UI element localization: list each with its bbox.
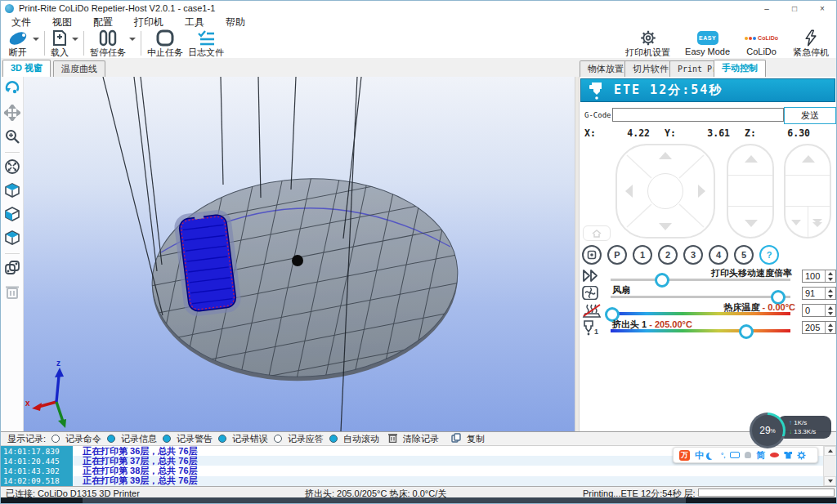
z-down-icon[interactable] <box>745 220 758 227</box>
menu-view[interactable]: 视图 <box>52 16 72 29</box>
retract-icon[interactable] <box>791 220 801 225</box>
ime-toolbar[interactable]: 万 中 °, 简 <box>673 447 818 463</box>
filter-ack-radio[interactable] <box>274 435 282 443</box>
speed-preset-5[interactable]: 5 <box>734 245 754 265</box>
send-button[interactable]: 发送 <box>784 107 836 124</box>
menu-bar: 文件 视图 配置 打印机 工具 帮助 <box>1 16 836 29</box>
front-view-icon[interactable] <box>4 206 20 224</box>
filter-commands-label: 记录命令 <box>65 433 101 445</box>
menu-help[interactable]: 帮助 <box>226 16 245 29</box>
disconnect-dropdown-icon[interactable] <box>33 38 39 41</box>
fit-view-icon[interactable] <box>4 158 20 176</box>
isometric-view-icon[interactable] <box>4 182 20 200</box>
load-button[interactable]: 载入 <box>48 29 71 59</box>
log-scrollbar[interactable] <box>823 446 836 486</box>
z-up-icon[interactable] <box>745 155 758 163</box>
delete-object-icon[interactable] <box>5 283 20 301</box>
bed-temp-row: 热床温度 - 0.00°C 0 <box>580 302 837 319</box>
top-view-icon[interactable] <box>4 230 20 248</box>
log-toolbar: 显示记录: 记录命令 记录信息 记录警告 记录错误 记录应答 自动滚动 清除记录… <box>1 431 836 446</box>
menu-tools[interactable]: 工具 <box>185 16 204 29</box>
ime-skin-icon[interactable] <box>784 452 792 459</box>
bed-temp-track[interactable] <box>611 312 790 315</box>
autoscroll-radio[interactable] <box>329 435 338 443</box>
menu-printer[interactable]: 打印机 <box>134 16 163 29</box>
clear-log-button[interactable]: 清除记录 <box>403 433 439 445</box>
speed-preset-4[interactable]: 4 <box>709 245 728 265</box>
restore-button[interactable]: □ <box>781 1 808 16</box>
emergency-stop-button[interactable]: 紧急停机 <box>790 29 831 59</box>
disconnect-button[interactable]: 断开 <box>4 29 32 59</box>
fan-spinbox[interactable]: 91 <box>802 287 836 300</box>
easy-mode-button[interactable]: EASY Easy Mode <box>683 29 732 59</box>
fan-track[interactable] <box>611 296 790 298</box>
close-button[interactable]: × <box>808 1 836 16</box>
scroll-up-icon[interactable] <box>824 446 836 456</box>
3d-viewport[interactable]: x z <box>24 77 575 431</box>
filter-info-radio[interactable] <box>107 435 115 443</box>
jog-x-plus-icon[interactable] <box>698 185 705 198</box>
tab-3d-view[interactable]: 3D 视窗 <box>2 60 51 77</box>
tab-manual-control[interactable]: 手动控制 <box>714 60 766 77</box>
filter-warnings-label: 记录警告 <box>177 433 213 445</box>
main-toolbar: 断开 载入 暂停任务 中止任务 <box>1 29 836 58</box>
speed-preset-3[interactable]: 3 <box>683 245 703 265</box>
speed-multiplier-track[interactable] <box>611 279 790 281</box>
filter-commands-radio[interactable] <box>51 435 60 443</box>
rotate-view-icon[interactable] <box>4 81 20 99</box>
speed-multiplier-spinbox[interactable]: 100 <box>802 270 836 283</box>
scroll-down-icon[interactable] <box>824 476 836 486</box>
colido-button[interactable]: CoLiDo CoLiDo <box>742 29 781 59</box>
extrude-pill[interactable] <box>784 144 831 239</box>
speed-preset-1[interactable]: 1 <box>633 245 652 265</box>
tab-temperature-curve[interactable]: 温度曲线 <box>53 60 105 77</box>
extruder-temp-spinbox[interactable]: 205 <box>802 321 836 334</box>
log-file-button[interactable]: 日志文件 <box>186 29 226 59</box>
jog-x-minus-icon[interactable] <box>625 185 633 198</box>
park-button[interactable]: P <box>607 245 627 265</box>
motor-off-button[interactable] <box>582 245 602 265</box>
ime-language-toggle[interactable]: 中 <box>695 449 704 462</box>
xy-jog-pad[interactable] <box>615 144 715 239</box>
filter-errors-radio[interactable] <box>218 435 226 443</box>
extruder-temp-thumb[interactable] <box>739 324 754 339</box>
zoom-view-icon[interactable] <box>4 128 20 146</box>
move-view-icon[interactable] <box>4 105 20 123</box>
copy-object-icon[interactable] <box>4 260 20 278</box>
ime-punctuation-toggle[interactable]: °, <box>721 452 725 459</box>
ime-voice-icon[interactable] <box>770 453 779 457</box>
filter-warnings-radio[interactable] <box>163 435 171 443</box>
printed-object[interactable] <box>176 211 239 315</box>
bed-temp-spinbox[interactable]: 0 <box>802 304 836 317</box>
menu-config[interactable]: 配置 <box>93 16 113 29</box>
copy-icon[interactable] <box>451 433 461 444</box>
ime-settings-icon[interactable] <box>797 451 806 460</box>
ime-logo[interactable]: 万 <box>679 450 690 461</box>
fast-retract-icon[interactable] <box>812 219 822 227</box>
copy-log-button[interactable]: 复制 <box>467 433 485 445</box>
printer-settings-button[interactable]: 打印机设置 <box>623 29 673 59</box>
extruder-temp-track[interactable] <box>611 329 790 332</box>
ime-keyboard-icon[interactable] <box>730 452 740 458</box>
jog-controls <box>580 142 837 242</box>
log-timestamp: 14:01:17.839 <box>1 446 73 456</box>
help-button[interactable]: ? <box>759 245 779 265</box>
jog-y-plus-icon[interactable] <box>659 152 672 159</box>
extrude-icon[interactable] <box>802 155 815 163</box>
ime-account-icon[interactable] <box>745 452 751 458</box>
pause-dropdown-icon[interactable] <box>129 38 136 41</box>
pause-job-button[interactable]: 暂停任务 <box>87 29 128 59</box>
home-button[interactable] <box>583 225 611 241</box>
speed-preset-2[interactable]: 2 <box>658 245 678 265</box>
jog-y-minus-icon[interactable] <box>659 223 672 230</box>
trash-icon[interactable] <box>388 433 397 444</box>
menu-file[interactable]: 文件 <box>11 16 31 29</box>
gcode-input[interactable] <box>612 108 784 122</box>
load-dropdown-icon[interactable] <box>72 38 78 41</box>
kill-job-button[interactable]: 中止任务 <box>145 29 186 59</box>
z-jog-pill[interactable] <box>727 144 774 239</box>
xy-center[interactable] <box>647 173 683 209</box>
ime-simplified-toggle[interactable]: 简 <box>756 449 765 462</box>
minimize-button[interactable]: – <box>753 1 781 16</box>
ime-fullwidth-icon[interactable] <box>709 452 716 459</box>
